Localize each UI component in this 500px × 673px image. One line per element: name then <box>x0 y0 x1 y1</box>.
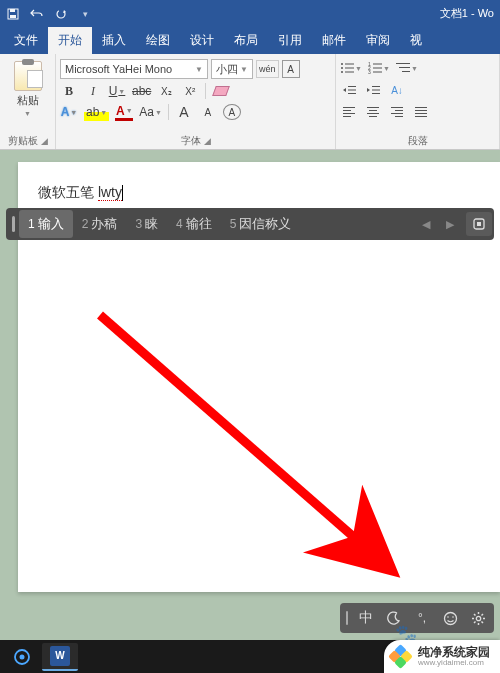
svg-text:3: 3 <box>368 69 371 74</box>
ime-prev-page-button[interactable]: ◀ <box>415 213 437 235</box>
ime-mode-button[interactable]: 中 <box>356 608 376 628</box>
svg-rect-24 <box>372 93 380 94</box>
group-label-clipboard: 剪贴板◢ <box>4 133 51 149</box>
ime-candidate-4[interactable]: 4输往 <box>167 210 221 238</box>
group-label-font: 字体◢ <box>60 133 331 149</box>
tab-home[interactable]: 开始 <box>48 27 92 54</box>
svg-rect-5 <box>345 64 354 65</box>
ime-candidate-1[interactable]: 1输入 <box>19 210 73 238</box>
svg-rect-23 <box>372 90 380 91</box>
svg-rect-1 <box>10 9 15 12</box>
italic-button[interactable]: I <box>84 82 102 100</box>
svg-line-54 <box>474 621 476 623</box>
ime-next-page-button[interactable]: ▶ <box>439 213 461 235</box>
ime-tool-button[interactable] <box>466 212 492 236</box>
dialog-launcher-icon[interactable]: ◢ <box>204 136 211 146</box>
multilevel-list-button[interactable]: ▼ <box>396 59 418 77</box>
bold-button[interactable]: B <box>60 82 78 100</box>
align-right-button[interactable] <box>388 103 406 121</box>
redo-icon[interactable] <box>54 7 68 21</box>
taskbar-word-button[interactable]: W <box>42 643 78 671</box>
ime-candidate-3[interactable]: 3睐 <box>126 210 167 238</box>
eraser-icon <box>213 86 231 96</box>
svg-rect-28 <box>343 116 351 117</box>
typed-text: 微软五笔 <box>38 184 98 200</box>
separator <box>205 83 206 99</box>
group-clipboard: 粘贴 ▼ 剪贴板◢ <box>0 54 56 149</box>
align-justify-button[interactable] <box>412 103 430 121</box>
svg-line-53 <box>481 621 483 623</box>
ime-candidate-bar[interactable]: 1输入 2办稿 3睐 4输往 5因信称义 ◀ ▶ <box>6 208 494 240</box>
save-icon[interactable] <box>6 7 20 21</box>
chevron-down-icon: ▼ <box>24 110 31 117</box>
group-paragraph: ▼ 123▼ ▼ A↓ 段落 <box>336 54 500 149</box>
ime-composing-text: lwty <box>98 184 122 201</box>
emoji-icon[interactable] <box>440 608 460 628</box>
svg-rect-2 <box>10 15 16 18</box>
tab-view[interactable]: 视 <box>400 27 432 54</box>
svg-rect-17 <box>399 67 410 68</box>
shrink-font-button[interactable]: A <box>199 103 217 121</box>
svg-point-46 <box>452 616 454 618</box>
undo-icon[interactable] <box>30 7 44 21</box>
tab-file[interactable]: 文件 <box>4 27 48 54</box>
decrease-indent-button[interactable] <box>340 81 358 99</box>
svg-point-57 <box>20 654 25 659</box>
tab-design[interactable]: 设计 <box>180 27 224 54</box>
underline-button[interactable]: U▼ <box>108 82 126 100</box>
svg-rect-16 <box>396 63 410 64</box>
svg-rect-33 <box>391 107 403 108</box>
sort-button[interactable]: A↓ <box>388 81 406 99</box>
ime-candidate-5[interactable]: 5因信称义 <box>221 210 301 238</box>
superscript-button[interactable]: X² <box>181 82 199 100</box>
character-border-button[interactable]: A <box>282 60 300 78</box>
align-left-button[interactable] <box>340 103 358 121</box>
highlight-button[interactable]: ab▼ <box>84 103 109 121</box>
svg-point-44 <box>444 612 456 624</box>
tab-review[interactable]: 审阅 <box>356 27 400 54</box>
subscript-button[interactable]: X₂ <box>157 82 175 100</box>
tab-draw[interactable]: 绘图 <box>136 27 180 54</box>
tab-references[interactable]: 引用 <box>268 27 312 54</box>
svg-point-45 <box>447 616 449 618</box>
tab-insert[interactable]: 插入 <box>92 27 136 54</box>
svg-rect-29 <box>367 107 379 108</box>
font-name-combo[interactable]: Microsoft YaHei Mono▼ <box>60 59 208 79</box>
qat-customize-icon[interactable]: ▾ <box>78 7 92 21</box>
font-color-button[interactable]: A▼ <box>115 103 133 121</box>
ime-grip-icon[interactable] <box>346 611 348 625</box>
enclosed-char-button[interactable]: A <box>223 104 241 120</box>
font-size-combo[interactable]: 小四▼ <box>211 59 253 79</box>
align-center-button[interactable] <box>364 103 382 121</box>
svg-rect-9 <box>345 72 354 73</box>
ime-floating-toolbar[interactable]: 中 °, <box>340 603 494 633</box>
change-case-button[interactable]: Aa▼ <box>139 103 162 121</box>
strikethrough-button[interactable]: abc <box>132 82 151 100</box>
text-effects-button[interactable]: A▼ <box>60 103 78 121</box>
watermark-logo-icon <box>390 646 412 668</box>
svg-rect-38 <box>415 110 427 111</box>
paste-button[interactable]: 粘贴 ▼ <box>4 57 51 117</box>
svg-rect-25 <box>343 107 355 108</box>
start-button[interactable] <box>4 643 40 671</box>
clear-formatting-button[interactable] <box>212 82 230 100</box>
ime-candidate-2[interactable]: 2办稿 <box>73 210 127 238</box>
separator <box>168 104 169 120</box>
group-label-paragraph: 段落 <box>340 133 495 149</box>
tab-mailings[interactable]: 邮件 <box>312 27 356 54</box>
ime-grip-icon[interactable] <box>12 216 15 232</box>
quick-access-toolbar: ▾ <box>6 7 92 21</box>
grow-font-button[interactable]: A <box>175 103 193 121</box>
svg-line-55 <box>481 614 483 616</box>
dialog-launcher-icon[interactable]: ◢ <box>41 136 48 146</box>
tab-layout[interactable]: 布局 <box>224 27 268 54</box>
phonetic-guide-button[interactable]: wén <box>256 60 279 78</box>
numbering-button[interactable]: 123▼ <box>368 59 390 77</box>
svg-rect-36 <box>395 116 403 117</box>
gear-icon[interactable] <box>468 608 488 628</box>
title-bar: ▾ 文档1 - Wo <box>0 0 500 27</box>
increase-indent-button[interactable] <box>364 81 382 99</box>
bullets-button[interactable]: ▼ <box>340 59 362 77</box>
svg-point-47 <box>476 616 480 620</box>
svg-rect-15 <box>373 72 382 73</box>
